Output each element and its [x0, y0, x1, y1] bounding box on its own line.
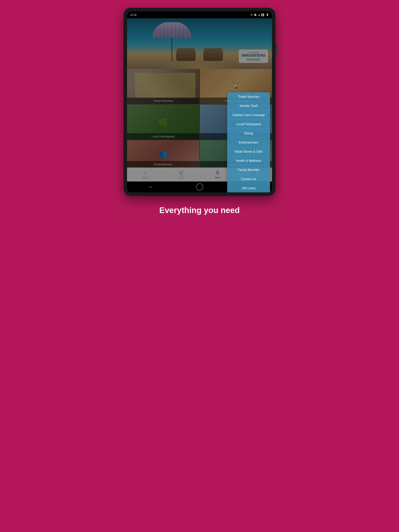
- menu-item-entertainment[interactable]: Entertainment: [227, 138, 270, 147]
- menu-item-retail[interactable]: Retail Stores & Gifts: [227, 147, 270, 156]
- app-logo: Lifestyle INNOVATIONS Essential: [239, 50, 268, 63]
- dropdown-menu[interactable]: Travel Services Identity Theft Cellular …: [227, 92, 270, 192]
- menu-item-travel[interactable]: Travel Services: [227, 92, 270, 101]
- grid-item-friends[interactable]: 👥 Entertainment: [127, 140, 199, 167]
- friends-label: Entertainment: [127, 161, 199, 167]
- menu-icon: ☰: [216, 170, 219, 176]
- android-recents-btn[interactable]: ▭: [149, 185, 152, 189]
- beach-chair-1: [176, 51, 196, 61]
- travel-label: Travel Services: [127, 98, 199, 104]
- marketing-tagline: Everything you need: [153, 196, 245, 219]
- nav-home-label: Home: [142, 176, 148, 179]
- menu-item-contact[interactable]: Contact Us: [227, 175, 270, 184]
- wifi-status-icon: ▲: [258, 13, 260, 16]
- battery-status-icon: 🔋: [266, 13, 269, 16]
- nav-cart[interactable]: 🛒 Cart: [163, 170, 200, 179]
- beach-chair-2: [203, 51, 223, 61]
- menu-item-health[interactable]: Health & Wellness: [227, 156, 270, 165]
- main-content: Lifestyle INNOVATIONS Essential Travel S…: [127, 18, 272, 192]
- nav-menu-label: Menu: [215, 176, 220, 179]
- hero-image: Lifestyle INNOVATIONS Essential: [127, 18, 272, 69]
- settings-status-icon: ⚙: [251, 13, 253, 16]
- status-time: 12:18: [130, 13, 137, 16]
- menu-item-local[interactable]: Local Participants: [227, 120, 270, 129]
- menu-item-cellular[interactable]: Cellular Care Coverage: [227, 111, 270, 120]
- umbrella-top: [152, 22, 191, 38]
- nav-home[interactable]: ⌂ Home: [127, 170, 163, 179]
- status-icons: ⚙ 🔔 ▲ ▌▌ 🔋: [251, 13, 269, 16]
- nav-cart-label: Cart: [179, 176, 184, 179]
- menu-item-family[interactable]: Family Benefits: [227, 165, 270, 175]
- android-home-btn[interactable]: [196, 184, 203, 190]
- umbrella-decoration: [152, 22, 191, 42]
- logo-text-innovations: INNOVATIONS: [242, 54, 265, 58]
- phone-screen: 12:18 ⚙ 🔔 ▲ ▌▌ 🔋: [127, 11, 272, 192]
- logo-text-essential: Essential: [242, 58, 265, 61]
- grid-item-local[interactable]: 🌿 Local Participants: [127, 105, 199, 140]
- phone-device: 12:18 ⚙ 🔔 ▲ ▌▌ 🔋: [123, 8, 276, 196]
- grid-item-travel[interactable]: Travel Services: [127, 69, 199, 104]
- status-bar: 12:18 ⚙ 🔔 ▲ ▌▌ 🔋: [127, 11, 272, 18]
- cart-icon: 🛒: [179, 170, 184, 176]
- volume-button: [276, 43, 277, 55]
- menu-item-identity[interactable]: Identity Theft: [227, 101, 270, 111]
- local-label: Local Participants: [127, 133, 199, 140]
- notification-status-icon: 🔔: [254, 13, 257, 16]
- signal-status-icon: ▌▌: [261, 13, 265, 16]
- menu-item-giftcards[interactable]: Gift Cards: [227, 184, 270, 192]
- menu-item-dining[interactable]: Dining: [227, 129, 270, 138]
- home-icon: ⌂: [144, 170, 146, 176]
